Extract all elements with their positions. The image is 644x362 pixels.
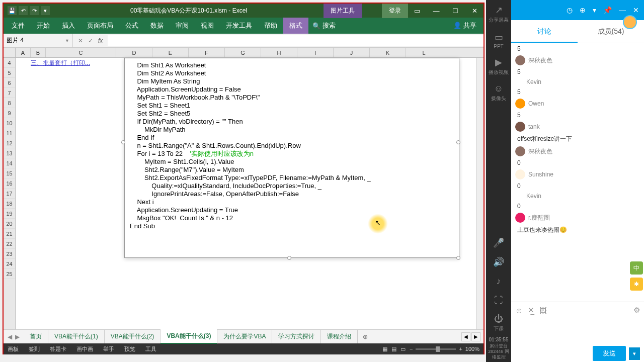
code-image-object[interactable]: Dim Sht1 As Worksheet Dim Sht2 As Worksh… — [124, 58, 459, 258]
send-dropdown-icon[interactable]: ▾ — [629, 347, 640, 360]
chat-tool-icon[interactable]: 🖼 — [539, 306, 547, 315]
fx-icon[interactable]: fx — [98, 37, 103, 44]
sheet-tab[interactable]: VBA能干什么(2) — [105, 330, 161, 343]
name-box-dropdown-icon[interactable]: ▼ — [65, 38, 69, 43]
chat-top-icon[interactable]: ⊕ — [580, 6, 586, 14]
minimize-icon[interactable]: — — [427, 4, 445, 18]
ribbon-tab-0[interactable]: 文件 — [6, 18, 31, 34]
status-item[interactable]: 画板 — [8, 345, 19, 353]
row-header[interactable]: 24 — [4, 259, 15, 269]
column-header[interactable]: J — [334, 48, 370, 57]
column-header[interactable]: I — [297, 48, 334, 57]
chat-textarea[interactable] — [511, 318, 644, 345]
formula-input[interactable] — [108, 35, 484, 46]
chat-top-icon[interactable]: ✕ — [633, 6, 639, 14]
ime-badge[interactable]: 中 — [630, 261, 643, 275]
ribbon-tab-7[interactable]: 视图 — [195, 18, 220, 34]
ribbon-tab-9[interactable]: 帮助 — [258, 18, 283, 34]
confirm-icon[interactable]: ✓ — [88, 37, 93, 44]
chat-username[interactable]: r.麋醒圈 — [528, 214, 550, 222]
chat-tool-icon[interactable]: ☺ — [515, 306, 523, 315]
row-header[interactable]: 15 — [4, 168, 15, 178]
row-header[interactable]: 22 — [4, 239, 15, 249]
ribbon-tab-4[interactable]: 公式 — [119, 18, 144, 34]
redo-icon[interactable]: ↷ — [30, 6, 39, 15]
chat-tool-icon[interactable]: ✕̲ — [528, 306, 534, 315]
chat-username[interactable]: Sunshine — [528, 171, 553, 178]
ime-settings-icon[interactable]: ✱ — [630, 278, 643, 291]
selection-handle[interactable] — [456, 140, 460, 144]
qat-dropdown-icon[interactable]: ▾ — [41, 6, 50, 15]
row-header[interactable]: 10 — [4, 118, 15, 128]
row-header[interactable]: 20 — [4, 219, 15, 229]
avatar[interactable] — [515, 146, 525, 156]
avatar[interactable] — [515, 55, 525, 65]
row-header[interactable]: 23 — [4, 249, 15, 259]
avatar[interactable] — [515, 122, 525, 132]
row-header[interactable]: 17 — [4, 189, 15, 199]
zoom-in-icon[interactable]: + — [459, 346, 462, 352]
ribbon-tab-10[interactable]: 格式 — [283, 18, 308, 34]
row-header[interactable]: 7 — [4, 88, 15, 98]
select-all-corner[interactable] — [4, 48, 16, 57]
view-layout-icon[interactable]: ▤ — [391, 346, 396, 352]
ribbon-tab-6[interactable]: 审阅 — [170, 18, 195, 34]
media-icon[interactable]: 🔊 — [489, 253, 509, 270]
tool-button[interactable]: ▶播放视频 — [489, 54, 509, 78]
status-item[interactable]: 举手 — [103, 345, 114, 353]
row-header[interactable]: 16 — [4, 178, 15, 189]
row-header[interactable]: 14 — [4, 158, 15, 168]
add-sheet-icon[interactable]: ⊕ — [358, 333, 373, 340]
picture-tools-tab[interactable]: 图片工具 — [324, 4, 362, 18]
worksheet-grid[interactable]: 45678910111213141516171819202122232425 三… — [4, 58, 484, 329]
row-header[interactable]: 18 — [4, 199, 15, 209]
undo-icon[interactable]: ↶ — [19, 6, 28, 15]
chat-tab[interactable]: 讨论 — [511, 20, 578, 43]
row-header[interactable]: 6 — [4, 78, 15, 88]
hscroll-right-icon[interactable]: ▶ — [471, 332, 480, 341]
sheet-tab[interactable]: 课程介绍 — [321, 330, 358, 343]
column-header[interactable]: L — [406, 48, 442, 57]
tool-button[interactable]: ☺摄像头 — [489, 80, 509, 105]
column-header[interactable]: F — [189, 48, 225, 57]
row-header[interactable]: 4 — [4, 58, 15, 68]
maximize-icon[interactable]: ☐ — [446, 4, 464, 18]
column-header[interactable]: G — [225, 48, 261, 57]
chat-username[interactable]: Kevin — [526, 78, 541, 85]
sheet-next-icon[interactable]: ▶ — [15, 333, 20, 340]
ribbon-tab-3[interactable]: 页面布局 — [81, 18, 119, 34]
view-normal-icon[interactable]: ▦ — [382, 346, 387, 352]
status-item[interactable]: 预览 — [124, 345, 135, 353]
chat-messages[interactable]: 5深秋夜色5Kevin5Owen5tankoffset和resize讲一下深秋夜… — [511, 43, 644, 302]
ribbon-tab-8[interactable]: 开发工具 — [220, 18, 258, 34]
chat-username[interactable]: Kevin — [526, 193, 541, 200]
chat-top-icon[interactable]: — — [619, 6, 626, 14]
chat-top-icon[interactable]: 📌 — [603, 6, 612, 14]
row-header[interactable]: 8 — [4, 98, 15, 108]
share-button[interactable]: 👤 共享 — [446, 18, 484, 34]
ribbon-tab-2[interactable]: 插入 — [56, 18, 81, 34]
zoom-slider[interactable] — [416, 348, 456, 350]
chat-username[interactable]: Owen — [528, 100, 544, 107]
chat-top-icon[interactable]: ◷ — [567, 6, 573, 14]
status-item[interactable]: 画中画 — [76, 345, 93, 353]
zoom-level[interactable]: 100% — [465, 346, 479, 352]
chat-top-icon[interactable]: ▾ — [593, 6, 596, 14]
avatar[interactable] — [515, 99, 525, 109]
vertical-scrollbar[interactable] — [476, 58, 484, 329]
column-header[interactable]: B — [31, 48, 46, 57]
tool-button[interactable]: ▭PPT — [489, 28, 509, 52]
close-icon[interactable]: ✕ — [465, 4, 484, 18]
chat-username[interactable]: 深秋夜色 — [528, 147, 552, 156]
avatar[interactable] — [515, 169, 525, 179]
row-header[interactable]: 13 — [4, 148, 15, 158]
selection-handle[interactable] — [121, 140, 125, 144]
avatar[interactable] — [515, 213, 525, 223]
row-header[interactable]: 11 — [4, 128, 15, 138]
save-icon[interactable]: 💾 — [8, 6, 17, 15]
tell-me-search[interactable]: 🔍搜索 — [308, 21, 340, 30]
selection-handle[interactable] — [287, 256, 291, 260]
sheet-tab[interactable]: 为什么要学VBA — [217, 330, 272, 343]
hscroll-left-icon[interactable]: ◀ — [461, 332, 470, 341]
column-header[interactable]: C — [46, 48, 116, 57]
